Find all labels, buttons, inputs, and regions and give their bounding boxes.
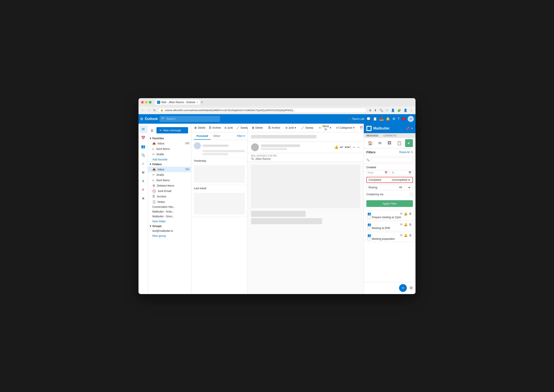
- sidebar-item-drafts-favorites[interactable]: ✏ Drafts: [148, 152, 191, 157]
- sidebar-item-sentitems[interactable]: ▷ Sent Items: [148, 177, 191, 183]
- forward-btn[interactable]: →: [352, 145, 356, 149]
- mb-completed-select[interactable]: Uncompleted All Completed: [391, 178, 411, 182]
- mail-item-lastweek-1[interactable]: [191, 191, 247, 217]
- nav-powerpoint[interactable]: P: [139, 186, 147, 194]
- task-0-delete-btn[interactable]: 🗑: [409, 212, 412, 215]
- menu-btn[interactable]: ⋮: [409, 108, 414, 112]
- mb-from-date[interactable]: From 📅: [366, 170, 389, 175]
- groups-section[interactable]: ▾ Groups: [148, 224, 191, 229]
- mb-tab-message[interactable]: MESSAGE: [364, 133, 381, 138]
- mc-snooze-btn[interactable]: ⏰ Snooze ▾: [358, 126, 364, 130]
- sidebar-item-conv-hist[interactable]: Conversation Hist...: [148, 204, 191, 209]
- mc-delete-btn[interactable]: 🗑 Delete: [250, 126, 265, 130]
- mb-createdby-checkbox[interactable]: [410, 193, 413, 196]
- task-2-delete-btn[interactable]: 🗑: [409, 233, 412, 237]
- sidebar-item-drafts[interactable]: ✏ Drafts: [148, 172, 191, 177]
- notifications-btn[interactable]: 🔔: [386, 117, 390, 121]
- mb-tab-contacts[interactable]: CONTACTS: [381, 133, 399, 138]
- filter-btn[interactable]: Filter ▾: [237, 134, 245, 138]
- task-1-email-btn[interactable]: ✉: [400, 223, 403, 226]
- mail-item-yesterday-1[interactable]: [191, 163, 247, 185]
- other-tab[interactable]: Other: [211, 133, 223, 140]
- send-receive-btn[interactable]: 📤: [379, 117, 384, 121]
- reply-btn[interactable]: ↩: [340, 145, 343, 149]
- nav-word[interactable]: W: [139, 169, 147, 176]
- bookmark-btn[interactable]: ☆: [385, 108, 389, 112]
- user-avatar[interactable]: JR: [408, 116, 414, 122]
- sidebar-item-archive[interactable]: 🗄 Archive: [148, 194, 191, 199]
- sidebar-item-inbox[interactable]: 📥 Inbox 340: [148, 167, 191, 172]
- puzzle-btn[interactable]: 🧩: [396, 108, 402, 112]
- mb-to-date[interactable]: To 📅: [390, 170, 413, 175]
- nav-excel[interactable]: X: [139, 177, 147, 185]
- sidebar-toggle-btn[interactable]: ☰: [149, 128, 155, 133]
- archive-btn[interactable]: 🗄 Archive: [208, 126, 222, 130]
- help-btn[interactable]: ?: [397, 117, 399, 121]
- sidebar-item-sentitems-favorites[interactable]: ▷ Sent Items: [148, 146, 191, 152]
- chat-btn[interactable]: 💬: [366, 117, 371, 121]
- mc-junk-btn[interactable]: ⊘ Junk ▾: [284, 126, 298, 130]
- task-0-remind-btn[interactable]: 🔔: [404, 212, 408, 215]
- profile-btn[interactable]: 👤: [390, 108, 396, 112]
- like-btn[interactable]: 👍: [334, 145, 338, 149]
- task-0-share-btn[interactable]: 👥: [367, 212, 371, 215]
- mb-tab-notes[interactable]: 📋: [395, 139, 403, 147]
- nav-calendar[interactable]: 📅: [139, 134, 147, 142]
- task-2-share-btn[interactable]: 👥: [367, 233, 371, 237]
- mb-search-input[interactable]: [371, 157, 413, 163]
- junk-btn[interactable]: ⊘ Junk: [223, 126, 234, 130]
- task-1-delete-btn[interactable]: 🗑: [409, 223, 412, 226]
- task-1-remind-btn[interactable]: 🔔: [404, 223, 408, 226]
- new-message-btn[interactable]: ✏ New message: [157, 127, 188, 133]
- forward-btn[interactable]: →: [146, 108, 151, 112]
- extensions-btn[interactable]: ⊕: [368, 108, 373, 112]
- chrome-profile-btn[interactable]: 👤: [403, 108, 408, 112]
- mc-archive-btn[interactable]: 🗄 Archive: [266, 126, 282, 130]
- outlook-apps-btn[interactable]: 📋: [373, 117, 377, 121]
- nav-tasks[interactable]: ✓: [139, 160, 147, 168]
- search-box[interactable]: 🔍: [159, 116, 220, 122]
- mail-item-placeholder-1[interactable]: [191, 140, 247, 158]
- address-bar[interactable]: 🔒 outlook.office365.com/mail/inbox/id/AA…: [158, 108, 367, 113]
- mb-tab-email[interactable]: ✉: [376, 139, 384, 147]
- mb-apply-filter-btn[interactable]: Apply Filter: [366, 200, 413, 207]
- reply-all-btn[interactable]: ↩↩: [345, 145, 350, 149]
- new-tab-btn[interactable]: +: [201, 100, 203, 104]
- more-actions-mail-btn[interactable]: ···: [357, 145, 360, 149]
- mb-close-circle-btn[interactable]: ×: [399, 284, 407, 292]
- folders-section[interactable]: ▾ Folders: [148, 162, 191, 167]
- task-2-email-btn[interactable]: ✉: [400, 233, 403, 237]
- nav-onenote[interactable]: N: [139, 195, 147, 202]
- sidebar-item-mb-snooze[interactable]: Mailbutler - Snoo...: [148, 214, 191, 219]
- nav-contacts[interactable]: 👥: [139, 143, 147, 150]
- teams-call-btn[interactable]: 📹 Teams call: [348, 117, 364, 120]
- mb-tab-image[interactable]: 🖼: [386, 139, 393, 147]
- task-2-remind-btn[interactable]: 🔔: [404, 233, 408, 237]
- maximize-window-btn[interactable]: [149, 101, 151, 104]
- sidebar-item-group-test[interactable]: test@mailbutler.io: [148, 229, 191, 233]
- task-1-share-btn[interactable]: 👥: [367, 223, 371, 226]
- search-page-btn[interactable]: 🔍: [379, 108, 384, 112]
- focused-tab[interactable]: Focused: [194, 133, 211, 140]
- delete-btn[interactable]: 🗑 Delete: [193, 126, 207, 130]
- mc-categorize-btn[interactable]: 🏷 Categorize ▾: [335, 126, 356, 130]
- new-folder-link[interactable]: New folder: [148, 219, 191, 224]
- refresh-btn[interactable]: ↻: [152, 108, 157, 112]
- download-btn[interactable]: ⬇: [373, 108, 378, 112]
- mc-moveto-btn[interactable]: 📁 Move to ▾: [317, 124, 333, 132]
- mb-sharing-select[interactable]: All Shared Private: [398, 186, 411, 189]
- sidebar-item-mb-schedule[interactable]: Mailbutler - Sche...: [148, 209, 191, 214]
- add-favorite-link[interactable]: Add favorite: [148, 157, 191, 162]
- mc-sweep-btn[interactable]: 🧹 Sweep: [300, 126, 315, 130]
- tab-close-btn[interactable]: ×: [196, 101, 198, 104]
- task-0-email-btn[interactable]: ✉: [400, 212, 403, 215]
- sidebar-item-inbox-favorites[interactable]: 📥 Inbox 340: [148, 141, 191, 146]
- mailbutler-close-btn[interactable]: ×: [411, 127, 413, 130]
- search-input[interactable]: [166, 117, 218, 120]
- task-0-checkbox[interactable]: [367, 216, 370, 219]
- minimize-window-btn[interactable]: [145, 101, 148, 104]
- sidebar-item-deleted[interactable]: 🗑 Deleted Items: [148, 183, 191, 188]
- active-tab[interactable]: O Mail - Jillian Ramos - Outlook ×: [155, 100, 200, 105]
- new-group-link[interactable]: New group: [148, 233, 191, 238]
- sidebar-item-notes[interactable]: 📋 Notes: [148, 199, 191, 204]
